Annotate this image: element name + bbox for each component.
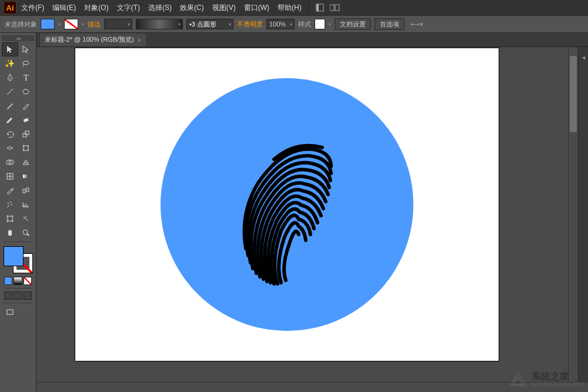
control-bar: 未选择对象 ▾ ▾ 描边 • 3 点圆形 不透明度 100% 样式 ▾ 文档设置… (0, 15, 588, 33)
symbol-sprayer-tool[interactable] (2, 197, 18, 212)
right-panel-collapsed: ◂ (578, 47, 588, 382)
fingerprint-artwork[interactable] (228, 119, 346, 290)
style-label: 样式 (298, 20, 311, 29)
layout-icon[interactable] (314, 2, 326, 14)
chevron-down-icon[interactable]: ▾ (329, 22, 331, 27)
svg-point-12 (28, 145, 29, 146)
menu-help[interactable]: 帮助(H) (274, 1, 305, 15)
svg-rect-1 (316, 4, 319, 11)
svg-point-21 (8, 203, 9, 204)
svg-point-13 (23, 150, 24, 151)
svg-rect-7 (24, 118, 29, 122)
brush-def-dropdown[interactable]: • 3 点圆形 (186, 19, 233, 29)
brush-profile-label: 3 点圆形 (192, 20, 216, 29)
stroke-label[interactable]: 描边 (88, 20, 101, 29)
svg-point-6 (23, 89, 29, 94)
menu-object[interactable]: 对象(O) (81, 1, 112, 15)
svg-rect-18 (23, 175, 29, 178)
scale-tool[interactable] (18, 127, 35, 141)
gradient-tool[interactable] (18, 169, 35, 183)
vertical-scrollbar[interactable] (568, 47, 578, 382)
panel-expand-icon[interactable]: ◂ (579, 53, 587, 61)
color-mode-solid[interactable] (4, 277, 12, 285)
brush-tool[interactable] (2, 99, 18, 113)
watermark-url: XITONGZHIJIA.NET (532, 382, 584, 388)
svg-rect-8 (23, 133, 26, 137)
svg-rect-26 (7, 310, 13, 314)
chevron-down-icon[interactable]: ▾ (58, 22, 61, 27)
fill-swatch[interactable] (41, 19, 55, 29)
stroke-swatch[interactable] (64, 19, 78, 29)
slice-tool[interactable] (18, 212, 35, 226)
opacity-dropdown[interactable]: 100% (266, 19, 295, 29)
eyedropper-tool[interactable] (2, 183, 18, 197)
menu-window[interactable]: 窗口(W) (240, 1, 273, 15)
horizontal-scrollbar[interactable] (36, 382, 588, 392)
color-mode-none[interactable] (24, 277, 32, 285)
rotate-tool[interactable] (2, 127, 18, 141)
stroke-weight-dropdown[interactable] (104, 19, 132, 29)
pen-tool[interactable] (2, 71, 18, 85)
chevron-down-icon[interactable]: ▾ (82, 22, 84, 27)
canvas[interactable] (36, 47, 568, 382)
graph-tool[interactable] (18, 197, 35, 212)
menu-edit[interactable]: 编辑(E) (49, 1, 79, 15)
draw-normal[interactable] (4, 292, 12, 300)
selection-tool[interactable] (2, 42, 18, 56)
free-transform-tool[interactable] (18, 141, 35, 155)
menu-view[interactable]: 视图(V) (209, 1, 239, 15)
selection-status: 未选择对象 (5, 20, 37, 29)
svg-rect-3 (335, 5, 339, 11)
arrange-icon[interactable] (329, 2, 341, 14)
opacity-label[interactable]: 不透明度 (237, 20, 263, 29)
watermark-text: 系统之家 (532, 371, 584, 382)
color-mode-gradient[interactable] (14, 277, 22, 285)
line-tool[interactable] (2, 85, 18, 99)
circle-shape[interactable] (161, 78, 413, 331)
shape-builder-tool[interactable] (2, 155, 18, 169)
svg-point-5 (9, 78, 11, 79)
pencil-tool[interactable] (18, 99, 35, 113)
document-tab[interactable]: 未标题-2* @ 100% (RGB/预览) × (40, 33, 146, 46)
svg-point-22 (10, 202, 11, 203)
screen-mode[interactable] (2, 305, 18, 319)
svg-point-25 (23, 230, 28, 234)
tab-bar: 未标题-2* @ 100% (RGB/预览) × (36, 33, 588, 47)
zoom-tool[interactable] (18, 226, 35, 240)
doc-setup-button[interactable]: 文档设置 (335, 18, 371, 30)
type-tool[interactable]: T (18, 71, 35, 85)
perspective-tool[interactable] (18, 155, 35, 169)
hand-tool[interactable] (2, 226, 18, 240)
document-area: 未标题-2* @ 100% (RGB/预览) × (36, 33, 588, 392)
direct-selection-tool[interactable] (18, 42, 34, 56)
stroke-profile-dropdown[interactable] (136, 19, 183, 29)
menu-effect[interactable]: 效果(C) (176, 1, 208, 15)
fill-color[interactable] (4, 246, 24, 266)
ellipse-tool[interactable] (18, 85, 35, 99)
menu-file[interactable]: 文件(F) (18, 1, 48, 15)
draw-behind[interactable] (14, 292, 22, 300)
fill-stroke-indicator[interactable] (4, 246, 33, 273)
svg-rect-19 (23, 189, 25, 193)
style-swatch[interactable] (315, 19, 325, 29)
scrollbar-thumb[interactable] (570, 56, 577, 132)
lasso-tool[interactable] (18, 56, 35, 71)
prefs-button[interactable]: 首选项 (375, 18, 405, 30)
draw-inside[interactable] (24, 292, 32, 300)
mesh-tool[interactable] (2, 169, 18, 183)
svg-point-14 (28, 150, 29, 151)
blend-tool[interactable] (18, 183, 35, 197)
menu-type[interactable]: 文字(T) (113, 1, 143, 15)
document-tab-title: 未标题-2* @ 100% (RGB/预览) (45, 35, 134, 44)
menu-select[interactable]: 选择(S) (145, 1, 175, 15)
close-icon[interactable]: × (138, 36, 141, 43)
panel-toggle[interactable]: ◂◂ (2, 35, 34, 41)
artboard-tool[interactable] (2, 212, 18, 226)
svg-point-11 (23, 145, 24, 146)
artboard[interactable] (75, 48, 499, 361)
eraser-tool[interactable] (18, 113, 35, 127)
blob-brush-tool[interactable] (2, 113, 18, 127)
align-icon[interactable]: ⟷▾ (410, 21, 423, 28)
magic-wand-tool[interactable]: ✨ (2, 56, 18, 71)
width-tool[interactable] (2, 141, 18, 155)
